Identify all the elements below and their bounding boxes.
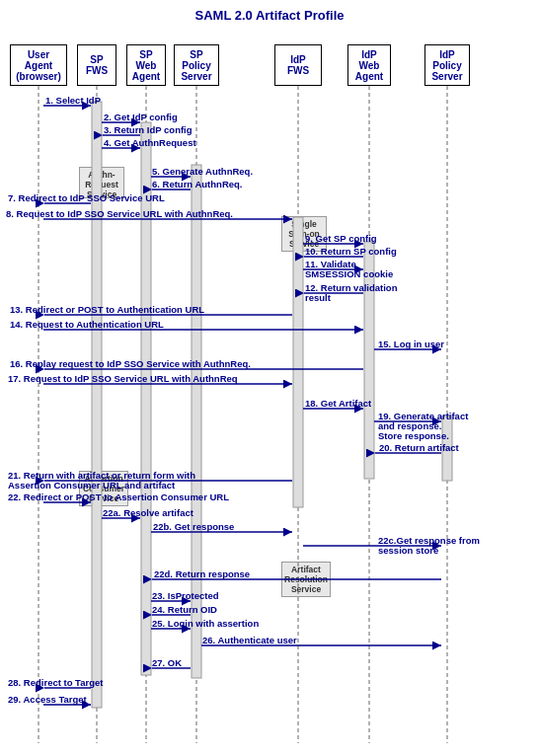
- svg-text:20. Return artifact: 20. Return artifact: [379, 442, 460, 453]
- svg-text:28. Redirect to Target: 28. Redirect to Target: [8, 677, 104, 688]
- svg-text:6. Return AuthnReq.: 6. Return AuthnReq.: [152, 179, 242, 189]
- sequence-arrows: 1. Select IdP 2. Get IdP config 3. Retur…: [0, 27, 539, 747]
- svg-text:SMSESSION cookie: SMSESSION cookie: [305, 268, 393, 279]
- lifeline-idpps: IdPPolicyServer: [424, 44, 470, 86]
- svg-text:session store: session store: [378, 545, 438, 556]
- svg-rect-12: [293, 217, 303, 507]
- svg-text:15. Log in user: 15. Log in user: [378, 339, 444, 349]
- svg-text:5. Generate AuthnReq.: 5. Generate AuthnReq.: [152, 166, 253, 177]
- svg-text:result: result: [305, 292, 332, 303]
- svg-text:22b. Get response: 22b. Get response: [153, 521, 234, 532]
- note-acs: AssertionConsumerService: [79, 471, 128, 506]
- diagram: User Agent(browser) SPFWS SPWebAgent SPP…: [0, 27, 539, 747]
- svg-text:22c.Get response from: 22c.Get response from: [378, 535, 480, 546]
- svg-rect-14: [442, 416, 452, 481]
- svg-text:Store response.: Store response.: [378, 430, 449, 441]
- svg-text:23. IsProtected: 23. IsProtected: [152, 590, 219, 601]
- lifeline-ua: User Agent(browser): [10, 44, 67, 86]
- svg-text:and response.: and response.: [378, 420, 441, 431]
- svg-rect-11: [192, 165, 201, 678]
- note-authn: Authn-RequestService: [79, 167, 124, 198]
- svg-text:17. Request to IdP SSO Service: 17. Request to IdP SSO Service URL with …: [8, 373, 238, 384]
- svg-text:29. Access Target: 29. Access Target: [8, 694, 88, 705]
- svg-text:22d. Return response: 22d. Return response: [154, 568, 250, 579]
- svg-text:18. Get Artifact: 18. Get Artifact: [305, 398, 372, 409]
- svg-text:12. Return validation: 12. Return validation: [305, 282, 398, 293]
- svg-text:2. Get IdP config: 2. Get IdP config: [104, 112, 178, 122]
- svg-text:26. Authenticate user: 26. Authenticate user: [202, 635, 297, 645]
- lifeline-idpwa: IdPWebAgent: [347, 44, 391, 86]
- svg-rect-13: [364, 242, 374, 479]
- svg-text:27. OK: 27. OK: [152, 657, 182, 668]
- svg-text:11. Validate: 11. Validate: [305, 259, 356, 269]
- lifeline-spfws: SPFWS: [77, 44, 116, 86]
- svg-rect-10: [141, 122, 151, 675]
- svg-text:4. Get AuthnRequest: 4. Get AuthnRequest: [104, 137, 196, 148]
- lifeline-spps: SPPolicyServer: [174, 44, 219, 86]
- svg-text:22a. Resolve artifact: 22a. Resolve artifact: [103, 507, 194, 518]
- lifeline-idpfws: IdPFWS: [274, 44, 322, 86]
- note-ars: ArtifactResolutionService: [281, 562, 331, 597]
- lifeline-spwa: SPWebAgent: [126, 44, 166, 86]
- svg-text:19. Generate artifact: 19. Generate artifact: [378, 411, 469, 421]
- svg-text:25. Login with assertion: 25. Login with assertion: [152, 618, 259, 629]
- note-sso: SingleSign-onService: [281, 216, 327, 252]
- svg-text:14. Request to Authentication : 14. Request to Authentication URL: [10, 319, 164, 330]
- svg-text:1. Select IdP: 1. Select IdP: [45, 95, 102, 106]
- svg-text:13. Redirect or POST to Authen: 13. Redirect or POST to Authentication U…: [10, 304, 204, 315]
- page-title: SAML 2.0 Artifact Profile: [0, 0, 539, 27]
- svg-text:24. Return OID: 24. Return OID: [152, 604, 217, 615]
- svg-text:16. Replay request to IdP SSO : 16. Replay request to IdP SSO Service wi…: [10, 358, 251, 369]
- svg-text:3. Return IdP config: 3. Return IdP config: [104, 124, 192, 135]
- svg-text:8. Request to IdP SSO Service : 8. Request to IdP SSO Service URL with A…: [6, 208, 233, 219]
